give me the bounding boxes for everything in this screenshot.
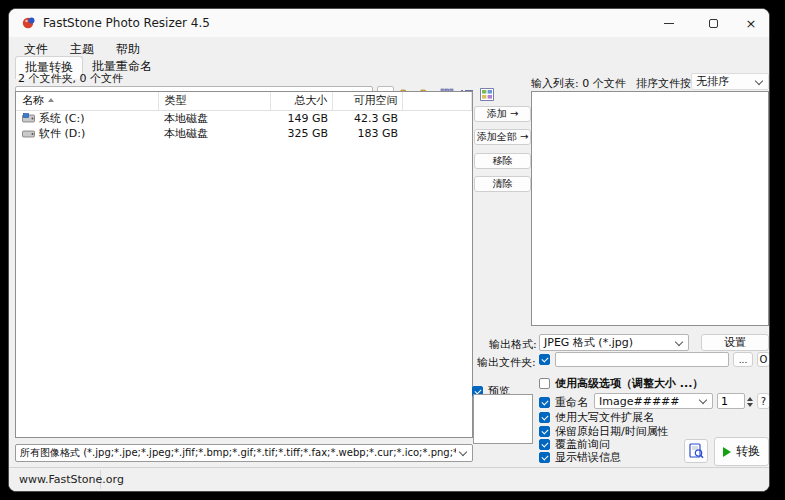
add-button[interactable]: 添加 → [474, 106, 531, 122]
convert-button[interactable]: 转换 [714, 437, 769, 466]
output-folder-open-button[interactable]: O [757, 352, 770, 367]
preview-pane [473, 394, 533, 444]
column-header-type[interactable]: 类型 [158, 92, 270, 111]
input-file-list[interactable] [531, 91, 769, 326]
advanced-options-checkbox[interactable] [539, 378, 550, 389]
drive-row-c[interactable]: 系统 (C:) 本地磁盘 149 GB 42.3 GB [16, 111, 472, 127]
add-all-button[interactable]: 添加全部 → [474, 129, 531, 145]
column-header-blank [402, 92, 472, 111]
clear-button[interactable]: 清除 [474, 176, 531, 192]
minimize-icon [664, 23, 674, 24]
chevron-down-icon [755, 76, 763, 84]
uppercase-ext-row: 使用大写文件扩展名 [539, 410, 654, 425]
column-header-name[interactable]: 名称 [16, 92, 158, 111]
output-folder-input[interactable] [555, 352, 729, 367]
sort-by-label: 排序文件按: [636, 76, 695, 91]
file-browser: 名称 类型 总大小 可用空间 系统 (C:) 本地磁盘 149 GB 42.3 … [15, 91, 473, 438]
spinner-up-icon [747, 397, 753, 401]
play-icon [723, 447, 731, 457]
remove-button[interactable]: 移除 [474, 153, 531, 169]
status-url-cell: www.FastStone.org [15, 470, 101, 489]
output-folder-checkbox[interactable] [539, 354, 550, 365]
rename-help-button[interactable]: ? [757, 393, 770, 409]
sort-ascending-icon [48, 98, 54, 102]
rename-pattern-dropdown[interactable]: Image##### [594, 393, 713, 409]
keep-date-checkbox[interactable] [539, 426, 550, 437]
maximize-icon [709, 19, 718, 28]
app-window: FastStone Photo Resizer 4.5 × 文件 主题 帮助 批… [8, 8, 770, 492]
title-bar: FastStone Photo Resizer 4.5 × [9, 9, 769, 37]
folder-count-label: 2 个文件夹, 0 个文件 [18, 71, 123, 86]
document-magnifier-icon [689, 443, 704, 459]
advanced-options-row: 使用高级选项（调整大小 ...） [539, 376, 703, 391]
rename-start-input[interactable] [717, 393, 745, 409]
output-format-label: 输出格式: [489, 337, 535, 352]
maximize-button[interactable] [693, 9, 733, 37]
output-format-dropdown[interactable]: JPEG 格式 (*.jpg) [539, 334, 689, 351]
thumbnails-view-icon[interactable] [479, 86, 495, 102]
close-icon: × [746, 16, 757, 31]
file-filter-dropdown[interactable]: 所有图像格式 (*.jpg;*.jpe;*.jpeg;*.jfif;*.bmp;… [15, 444, 473, 462]
show-errors-checkbox[interactable] [539, 452, 550, 463]
chevron-down-icon [675, 337, 683, 345]
rename-start-spinner[interactable] [745, 394, 755, 409]
sort-by-dropdown[interactable]: 无排序 [691, 73, 769, 90]
chevron-down-icon [699, 396, 707, 404]
close-button[interactable]: × [731, 9, 770, 37]
output-folder-label: 输出文件夹: [477, 355, 535, 370]
window-title: FastStone Photo Resizer 4.5 [43, 16, 210, 30]
app-logo-icon [22, 16, 36, 30]
output-folder-browse-button[interactable]: ... [733, 352, 753, 367]
chevron-down-icon [459, 448, 467, 456]
column-header-free[interactable]: 可用空间 [332, 92, 402, 111]
rename-row: 重命名 [539, 395, 588, 410]
browser-header-row: 名称 类型 总大小 可用空间 [16, 92, 472, 111]
preview-result-button[interactable] [684, 439, 708, 463]
show-errors-row: 显示错误信息 [539, 450, 621, 465]
drive-d-icon [22, 128, 35, 139]
uppercase-ext-checkbox[interactable] [539, 412, 550, 423]
status-url: www.FastStone.org [15, 473, 124, 486]
status-bar: www.FastStone.org [9, 467, 769, 491]
drive-row-d[interactable]: 软件 (D:) 本地磁盘 325 GB 183 GB [16, 126, 472, 141]
ask-overwrite-checkbox[interactable] [539, 439, 550, 450]
column-header-size[interactable]: 总大小 [270, 92, 332, 111]
spinner-down-icon [747, 403, 753, 407]
input-list-label: 输入列表: 0 个文件 [531, 76, 626, 91]
settings-button[interactable]: 设置 [701, 334, 769, 351]
drive-c-icon [22, 113, 35, 124]
rename-checkbox[interactable] [539, 397, 550, 408]
minimize-button[interactable] [649, 9, 689, 37]
